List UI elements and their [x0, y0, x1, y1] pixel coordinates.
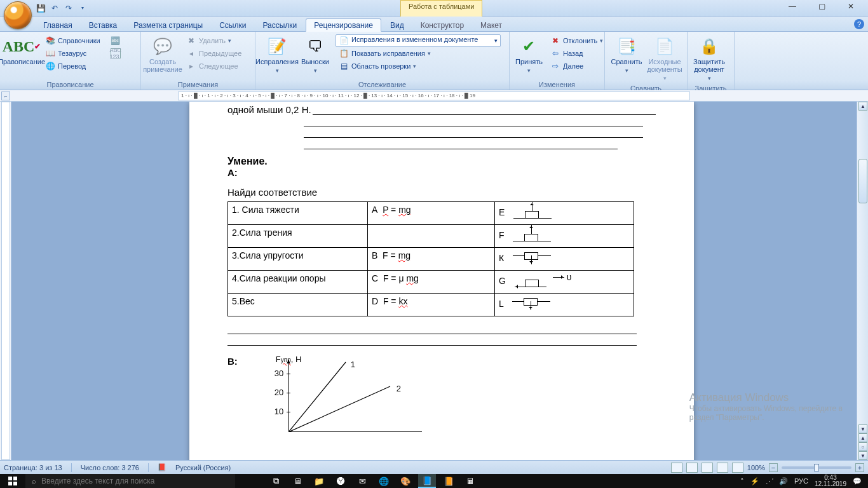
next-change-button[interactable]: ⇨Далее — [547, 60, 606, 72]
browse-object-icon[interactable]: ○ — [858, 442, 867, 451]
tb-app-mail[interactable]: ✉ — [353, 474, 371, 488]
show-markup-button[interactable]: 📋Показать исправления — [336, 47, 501, 60]
zoom-in-button[interactable]: + — [855, 463, 864, 472]
browse-next-icon[interactable]: ▼ — [858, 451, 867, 460]
tray-date[interactable]: 12.11.2019 — [815, 481, 846, 487]
close-button[interactable]: ✕ — [836, 0, 865, 13]
view-printlayout-icon[interactable] — [671, 463, 682, 473]
taskview-icon[interactable]: ⧉ — [267, 474, 285, 488]
section-skill: Умение. — [227, 156, 656, 167]
match-table[interactable]: 1. Сила тяжести А P = mg Е 2.Сила трения… — [227, 201, 634, 316]
view-fullscreen-icon[interactable] — [686, 463, 698, 473]
view-web-icon[interactable] — [702, 463, 713, 473]
new-comment-button[interactable]: 💬 Создать примечание — [145, 34, 180, 75]
compare-button[interactable]: 📑 Сравнить — [609, 34, 644, 76]
office-button[interactable] — [4, 1, 32, 29]
track-icon: 📝 — [267, 36, 287, 57]
status-page[interactable]: Страница: 3 из 13 — [4, 464, 62, 471]
tb-app-yandex[interactable]: 🅨 — [332, 474, 349, 488]
research-button[interactable]: 📚Справочники — [42, 34, 104, 47]
tb-app-paint[interactable]: 🎨 — [397, 474, 414, 488]
tb-app-explorer[interactable]: 📁 — [310, 474, 328, 488]
tb-app-powerpoint[interactable]: 📙 — [440, 474, 458, 488]
status-words[interactable]: Число слов: 3 276 — [81, 464, 139, 471]
reject-button[interactable]: ✖Отклонить — [547, 34, 606, 47]
tab-pagelayout[interactable]: Разметка страницы — [126, 19, 210, 31]
display-for-review-combo[interactable]: 📄Исправления в измененном документе▾ — [336, 34, 501, 47]
view-draft-icon[interactable] — [732, 463, 743, 473]
reviewing-pane-button[interactable]: ▤Область проверки — [336, 60, 501, 72]
wordcount-icon[interactable]: 🔤 — [107, 34, 124, 47]
page[interactable]: одной мыши 0,2 Н. Умение. А: Найди соотв… — [189, 102, 694, 460]
minimize-button[interactable]: — — [778, 0, 807, 13]
scroll-up-icon[interactable]: ▲ — [858, 102, 867, 111]
setlang-icon[interactable]: ABC123 — [107, 47, 124, 60]
tab-home[interactable]: Главная — [36, 19, 80, 31]
taskbar: ⌕ ⧉ 🖥 📁 🅨 ✉ 🌐 🎨 📘 📙 🖩 ˄ ⚡ ⋰ 🔊 РУС 0:43 1… — [0, 474, 868, 488]
prev-comment-button[interactable]: ◂Предыдущее — [183, 47, 245, 60]
pane-icon: ▤ — [339, 61, 349, 71]
taskbar-search[interactable]: ⌕ — [25, 474, 235, 488]
maximize-button[interactable]: ▢ — [807, 0, 836, 13]
tab-table-layout[interactable]: Макет — [473, 19, 510, 31]
blank-line — [227, 334, 637, 346]
search-input[interactable] — [41, 477, 229, 485]
document-area[interactable]: одной мыши 0,2 Н. Умение. А: Найди соотв… — [11, 102, 868, 460]
undo-icon[interactable]: ↶ — [50, 3, 60, 13]
tb-app-desktop[interactable]: 🖥 — [288, 474, 306, 488]
thesaurus-button[interactable]: 📖Тезаурус — [42, 47, 104, 60]
compare-icon: 📑 — [616, 36, 637, 57]
start-button[interactable] — [0, 474, 25, 488]
svg-rect-3 — [13, 477, 17, 480]
svg-line-0 — [288, 362, 346, 432]
zoom-out-button[interactable]: − — [769, 463, 778, 472]
scrollbar-vertical[interactable]: ▲ ▼ ▲ ○ ▼ — [857, 102, 868, 460]
spelling-button[interactable]: ABC✔ Правописание — [4, 34, 39, 67]
tray-chevron-icon[interactable]: ˄ — [740, 477, 744, 485]
show-source-button[interactable]: 📄 Исходные документы — [647, 34, 682, 84]
browse-prev-icon[interactable]: ▲ — [858, 433, 867, 442]
delete-comment-button[interactable]: ✖Удалить — [183, 34, 245, 47]
tab-table-design[interactable]: Конструктор — [413, 19, 471, 31]
balloons-button[interactable]: 🗨 Выноски — [297, 34, 333, 76]
tray-notifications-icon[interactable]: 💬 — [853, 477, 862, 485]
scroll-down-icon[interactable]: ▼ — [858, 424, 867, 433]
tray-network-icon[interactable]: ⚡ — [750, 477, 759, 485]
tb-app-word[interactable]: 📘 — [418, 474, 436, 488]
translate-button[interactable]: 🌐Перевод — [42, 60, 104, 72]
accept-button[interactable]: ✔ Принять — [513, 34, 545, 76]
track-changes-button[interactable]: 📝 Исправления — [259, 34, 295, 76]
prev-change-button[interactable]: ⇦Назад — [547, 47, 606, 60]
ruler-vertical[interactable] — [0, 102, 11, 460]
tray-language[interactable]: РУС — [794, 477, 808, 485]
tab-review[interactable]: Рецензирование — [306, 18, 381, 32]
zoom-level[interactable]: 100% — [747, 464, 765, 471]
redo-icon[interactable]: ↷ — [64, 3, 74, 13]
tray-wifi-icon[interactable]: ⋰ — [766, 477, 773, 485]
next-comment-button[interactable]: ▸Следующее — [183, 60, 245, 72]
qat-more-icon[interactable]: ▾ — [78, 3, 88, 13]
save-icon[interactable]: 💾 — [36, 3, 46, 13]
status-proof-icon[interactable]: 📕 — [158, 463, 166, 471]
delete-icon: ✖ — [186, 36, 196, 46]
workspace: одной мыши 0,2 Н. Умение. А: Найди соотв… — [0, 102, 868, 460]
tab-mailings[interactable]: Рассылки — [255, 19, 304, 31]
tb-app-browser[interactable]: 🌐 — [375, 474, 393, 488]
protect-button[interactable]: 🔒 Защитить документ — [691, 34, 727, 84]
scroll-thumb[interactable] — [858, 159, 867, 203]
status-language[interactable]: Русский (Россия) — [175, 464, 231, 471]
zoom-thumb[interactable] — [814, 464, 819, 471]
tray-volume-icon[interactable]: 🔊 — [779, 477, 788, 485]
view-outline-icon[interactable] — [717, 463, 728, 473]
tab-selector[interactable]: ⌐ — [1, 92, 10, 100]
zoom-slider[interactable] — [782, 466, 851, 469]
tb-app-calc[interactable]: 🖩 — [461, 474, 479, 488]
displayreview-icon: 📄 — [339, 36, 349, 46]
task-prompt: Найди соответствие — [227, 187, 656, 198]
help-icon[interactable]: ? — [854, 19, 864, 29]
tab-insert[interactable]: Вставка — [81, 19, 125, 31]
reject-icon: ✖ — [550, 36, 560, 46]
tab-references[interactable]: Ссылки — [212, 19, 254, 31]
tab-view[interactable]: Вид — [383, 19, 412, 31]
ruler-horizontal[interactable]: ⌐ 1 · ı · █ · ı · 1 · ı · 2 · ı · 3 · ı … — [0, 90, 868, 102]
